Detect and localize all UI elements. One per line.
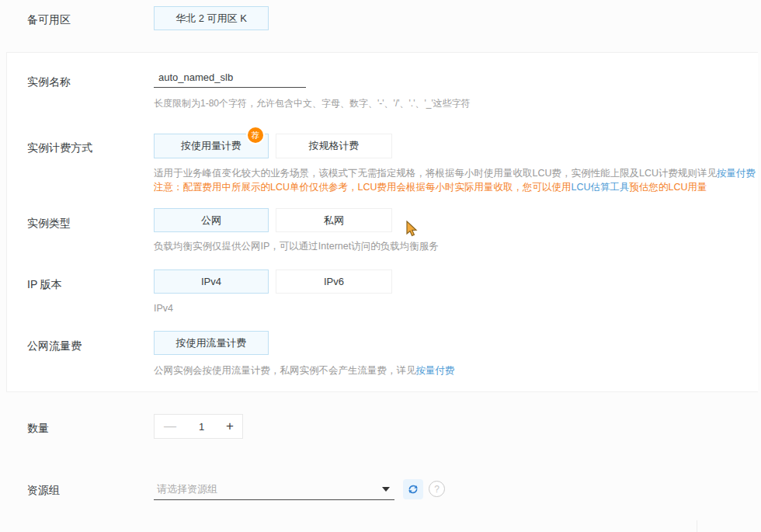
resource-group-placeholder: 请选择资源组 — [154, 482, 217, 496]
billing-note-suffix: 预估您的LCU用量 — [630, 182, 707, 193]
billing-note: 注意：配置费用中所展示的LCU单价仅供参考，LCU费用会根据每小时实际用量收取，… — [154, 181, 707, 194]
mouse-cursor-icon — [405, 221, 419, 238]
refresh-resource-group-button[interactable] — [403, 479, 423, 499]
billing-method-label: 实例计费方式 — [27, 141, 92, 155]
resource-group-label: 资源组 — [27, 484, 60, 498]
resource-group-select[interactable]: 请选择资源组 — [154, 478, 394, 500]
billing-description: 适用于业务峰值变化较大的业务场景，该模式下无需指定规格，将根据每小时使用量收取L… — [154, 167, 756, 180]
refresh-icon — [407, 483, 419, 495]
ip-version-current: IPv4 — [154, 303, 173, 314]
instance-type-description: 负载均衡实例仅提供公网IP，可以通过Internet访问的负载均衡服务 — [154, 240, 439, 253]
traffic-pay-as-you-go-link[interactable]: 按量付费 — [416, 365, 455, 376]
recommend-badge-icon: 荐 — [248, 127, 263, 143]
quantity-increase-button[interactable]: + — [217, 419, 242, 434]
traffic-fee-option[interactable]: 按使用流量计费 — [154, 331, 269, 355]
traffic-fee-label: 公网流量费 — [27, 339, 82, 353]
ip-version-option-ipv6[interactable]: IPv6 — [276, 269, 392, 294]
instance-type-option-private[interactable]: 私网 — [276, 208, 392, 232]
traffic-fee-description: 公网实例会按使用流量计费，私网实例不会产生流量费，详见按量付费 — [154, 364, 455, 377]
instance-name-input[interactable] — [154, 68, 306, 88]
backup-zone-option-button[interactable]: 华北 2 可用区 K — [154, 6, 269, 30]
ip-version-option-ipv4[interactable]: IPv4 — [154, 269, 269, 294]
lcu-estimator-link[interactable]: LCU估算工具 — [572, 182, 630, 193]
instance-name-hint: 长度限制为1-80个字符，允许包含中文、字母、数字、'-'、'/'、'.'、'_… — [154, 97, 471, 110]
instance-type-label: 实例类型 — [27, 217, 71, 231]
ip-version-label: IP 版本 — [27, 278, 62, 292]
billing-option-spec[interactable]: 按规格计费 — [276, 134, 392, 158]
quantity-decrease-button[interactable]: — — [155, 419, 186, 433]
quantity-stepper: — 1 + — [154, 414, 243, 439]
backup-zone-label: 备可用区 — [27, 13, 71, 27]
instance-name-label: 实例名称 — [27, 75, 71, 89]
chevron-down-icon — [382, 487, 390, 492]
quantity-label: 数量 — [27, 422, 49, 436]
traffic-fee-description-text: 公网实例会按使用流量计费，私网实例不会产生流量费，详见 — [154, 365, 416, 376]
quantity-value[interactable]: 1 — [199, 421, 204, 433]
help-icon[interactable]: ? — [429, 481, 445, 497]
pay-as-you-go-link[interactable]: 按量付费 — [717, 168, 756, 179]
footer-panel-divider — [697, 520, 697, 532]
billing-description-text: 适用于业务峰值变化较大的业务场景，该模式下无需指定规格，将根据每小时使用量收取L… — [154, 168, 717, 179]
instance-type-option-public[interactable]: 公网 — [154, 208, 269, 232]
billing-note-text: 注意：配置费用中所展示的LCU单价仅供参考，LCU费用会根据每小时实际用量收取，… — [154, 182, 572, 193]
